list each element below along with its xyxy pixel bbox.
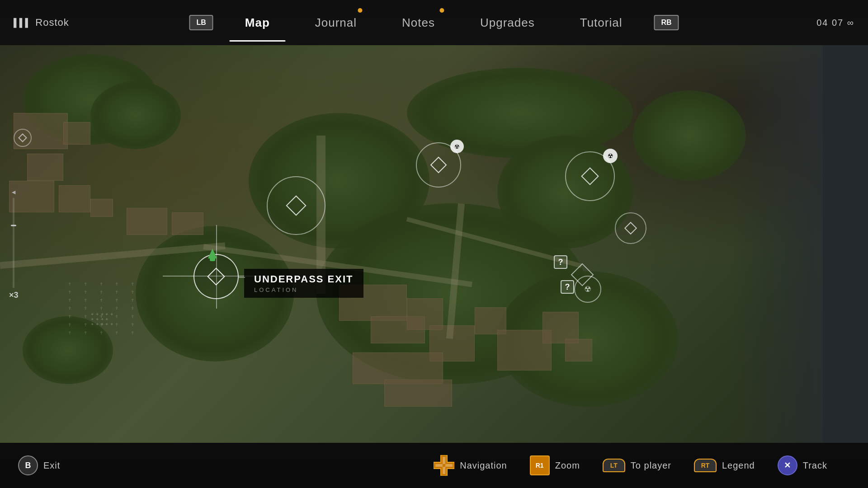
map-marker-radiation-2[interactable]: ☢ (565, 151, 615, 201)
exit-action: B Exit (18, 455, 60, 475)
b-button[interactable]: B (18, 455, 38, 475)
popup-connector (239, 277, 245, 278)
building (90, 199, 113, 217)
to-player-action: LT To player (603, 459, 671, 472)
lt-button[interactable]: LT (603, 459, 625, 472)
notes-dot (439, 8, 444, 13)
question-marker-1[interactable]: ? (554, 255, 567, 269)
zoom-arrow: ◄ (10, 188, 17, 196)
zoom-label: Zoom (555, 460, 580, 471)
exit-label: Exit (43, 460, 60, 471)
graveyard-area: ✝ ✝ ✝ ✝ ✝✝ ✝ ✝ ✝ ✝✝ ✝ ✝ ✝ ✝✝ ✝ ✝ ✝ ✝✝ ✝ … (68, 280, 181, 384)
tab-journal[interactable]: Journal (292, 0, 379, 45)
clock-display: 04 07 ∞ (816, 18, 854, 28)
building (27, 154, 63, 181)
svg-marker-3 (435, 464, 443, 467)
location-name: Rostok (35, 17, 69, 28)
vegetation-patch (90, 81, 181, 149)
status-left: ▌▌▌ Rostok (14, 17, 69, 28)
map-marker-center[interactable] (267, 176, 326, 235)
signal-icon: ▌▌▌ (14, 18, 31, 28)
rb-button[interactable]: RB (654, 15, 679, 30)
journal-dot (358, 8, 362, 13)
location-popup-title: UNDERPASS EXIT (254, 273, 354, 285)
tab-notes[interactable]: Notes (379, 0, 458, 45)
navigation-action: Navigation (434, 455, 507, 476)
building (127, 208, 167, 235)
map-marker-small-right[interactable] (615, 212, 646, 244)
question-icon-1: ? (554, 255, 567, 269)
building (172, 212, 203, 235)
tab-upgrades[interactable]: Upgrades (458, 0, 557, 45)
zoom-level: ×3 (9, 291, 19, 300)
building (59, 185, 90, 212)
svg-marker-4 (445, 464, 453, 467)
bottom-bar: B Exit Navigation R1 Zoom LT To player R… (0, 443, 868, 488)
to-player-label: To player (631, 460, 671, 471)
building (565, 339, 592, 361)
tab-tutorial[interactable]: Tutorial (557, 0, 645, 45)
legend-label: Legend (722, 460, 755, 471)
lb-button[interactable]: LB (189, 15, 213, 30)
location-popup: UNDERPASS EXIT LOCATION (244, 269, 363, 298)
tab-map[interactable]: Map (222, 0, 292, 45)
track-action: ✕ Track (778, 455, 827, 475)
r1-button[interactable]: R1 (530, 455, 550, 475)
zoom-bar (13, 198, 14, 288)
svg-marker-1 (443, 457, 445, 464)
vegetation-patch (633, 90, 746, 181)
x-button[interactable]: ✕ (778, 455, 797, 475)
svg-marker-2 (443, 467, 445, 474)
map-marker-radiation-1[interactable]: ☢ (416, 142, 461, 188)
nav-tabs: LB Map Journal Notes Upgrades Tutorial R… (180, 0, 688, 45)
player-marker (207, 249, 218, 262)
legend-action: RT Legend (694, 459, 755, 472)
question-icon-2: ? (561, 280, 574, 294)
map-area[interactable]: ✝ ✝ ✝ ✝ ✝✝ ✝ ✝ ✝ ✝✝ ✝ ✝ ✝ ✝✝ ✝ ✝ ✝ ✝✝ ✝ … (0, 45, 868, 443)
location-popup-type: LOCATION (254, 286, 354, 293)
building (63, 122, 90, 145)
rt-button[interactable]: RT (694, 459, 717, 472)
map-marker-1[interactable] (14, 129, 32, 147)
zoom-indicator: ◄ ×3 (9, 188, 19, 300)
track-label: Track (803, 460, 827, 471)
dpad-button[interactable] (434, 455, 454, 476)
map-marker-radiation-3[interactable]: ☢ (574, 276, 601, 303)
question-marker-2[interactable]: ? (561, 280, 574, 294)
zoom-action: R1 Zoom (530, 455, 580, 475)
building (384, 380, 452, 407)
obstacle-area: ✦ ✦ ✦ ✦ ✦✦ ✦ ✦ ✦✦ ✦ ✦ ✦ ✦ (90, 312, 113, 327)
navigation-label: Navigation (460, 460, 507, 471)
fog-edge (823, 45, 868, 443)
